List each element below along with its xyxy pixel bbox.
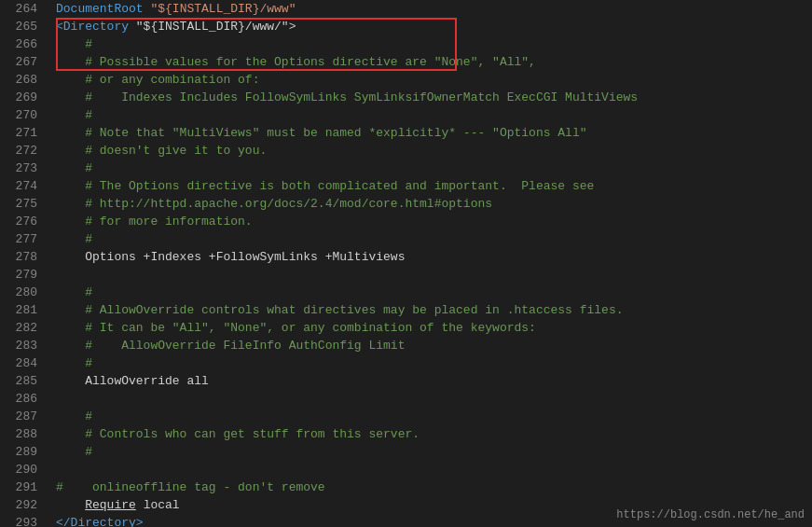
code-line: 267 # Possible values for the Options di…: [0, 53, 812, 71]
code-line: 288 # Controls who can get stuff from th…: [0, 425, 812, 443]
code-line: 283 # AllowOverride FileInfo AuthConfig …: [0, 337, 812, 354]
code-line: 287 #: [0, 408, 812, 425]
code-line: 291# onlineoffline tag - don't remove: [0, 478, 812, 496]
code-line: 277 #: [0, 230, 812, 248]
code-line: 279: [0, 266, 812, 284]
code-line: 276 # for more information.: [0, 213, 812, 230]
code-line: 269 # Indexes Includes FollowSymLinks Sy…: [0, 89, 812, 106]
code-line: 284 #: [0, 354, 812, 372]
code-line: 271 # Note that "MultiViews" must be nam…: [0, 124, 812, 142]
code-line: 285 AllowOverride all: [0, 372, 812, 390]
code-editor: 264DocumentRoot "${INSTALL_DIR}/www"265<…: [0, 0, 812, 527]
code-line: 281 # AllowOverride controls what direct…: [0, 301, 812, 319]
code-line: 289 #: [0, 443, 812, 461]
code-line: 265<Directory "${INSTALL_DIR}/www/">: [0, 18, 812, 35]
code-line: 282 # It can be "All", "None", or any co…: [0, 319, 812, 337]
code-line: 272 # doesn't give it to you.: [0, 142, 812, 159]
code-line: 266 #: [0, 35, 812, 53]
code-line: 270 #: [0, 106, 812, 124]
code-line: 278 Options +Indexes +FollowSymLinks +Mu…: [0, 248, 812, 266]
code-line: 290: [0, 461, 812, 478]
code-line: 268 # or any combination of:: [0, 71, 812, 89]
code-line: 264DocumentRoot "${INSTALL_DIR}/www": [0, 0, 812, 18]
code-line: 280 #: [0, 284, 812, 301]
code-line: 274 # The Options directive is both comp…: [0, 177, 812, 195]
code-line: 275 # http://httpd.apache.org/docs/2.4/m…: [0, 195, 812, 213]
watermark: https://blog.csdn.net/he_and: [616, 508, 805, 521]
code-line: 273 #: [0, 159, 812, 177]
code-line: 286: [0, 390, 812, 408]
code-area: 264DocumentRoot "${INSTALL_DIR}/www"265<…: [0, 0, 812, 527]
